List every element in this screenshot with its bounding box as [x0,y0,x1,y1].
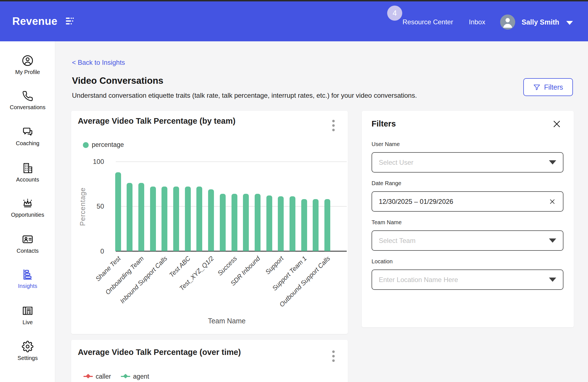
sidebar-item-label: Insights [18,283,37,289]
sidebar-item-label: Coaching [16,140,40,147]
bar [127,183,132,251]
bar [232,194,237,251]
filters-button[interactable]: Filters [523,78,573,96]
kebab-menu-icon[interactable] [332,350,335,364]
bar [301,199,307,251]
bar [150,187,156,251]
sidebar-item-insights[interactable]: Insights [0,269,55,289]
bar [243,194,249,251]
buildings-icon [22,162,33,174]
chart-card-over-time: Average Video Talk Percentage (over time… [71,340,348,382]
chart-card-by-team: Average Video Talk Percentage (by team) … [71,111,348,334]
filters-panel-title: Filters [372,119,396,128]
bar-plot-area [116,161,347,251]
sidebar-item-label: Contacts [17,248,39,254]
location-label: Location [372,258,393,265]
location-dropdown[interactable]: Enter Location Name Here [372,269,563,290]
select-team-placeholder: Select Team [379,237,549,245]
funnel-icon [533,83,541,91]
x-axis-title: Team Name [171,317,283,325]
filters-button-label: Filters [544,83,563,91]
bar [220,194,226,251]
contact-card-icon [22,233,33,245]
sidebar-item-label: Opportunities [11,212,44,218]
live-board-icon [22,305,33,317]
bar [266,195,272,251]
bar [313,199,319,251]
legend-label-agent: agent [133,373,149,380]
select-user-dropdown[interactable]: Select User [372,152,563,173]
chart-title: Average Video Talk Percentage (over time… [78,348,241,357]
bar [185,187,191,251]
dropdown-caret-icon [549,278,556,282]
resource-center-link[interactable]: Resource Center [403,18,453,26]
close-icon[interactable] [551,119,562,129]
select-user-placeholder: Select User [379,159,549,166]
bar [138,183,144,251]
bar [208,189,214,251]
team-name-label: Team Name [372,219,402,226]
legend-label-caller: caller [96,373,111,380]
legend-marker-caller [83,374,93,378]
user-name[interactable]: Sally Smith [522,18,559,26]
back-to-insights-link[interactable]: < Back to Insights [72,59,125,66]
bar [173,187,179,251]
bar [162,187,167,251]
notification-badge: 4 [387,6,402,21]
chevron-down-icon[interactable] [566,21,573,25]
bar [278,196,284,251]
page-description: Understand conversation etiquette traits… [72,92,417,99]
user-name-label: User Name [372,141,400,147]
sidebar-item-opportunities[interactable]: Opportunities [0,197,55,218]
chat-bubbles-icon [22,126,33,138]
legend-marker-percentage [83,142,89,148]
date-range-field[interactable]: 12/30/2025 – 01/29/2026 [372,191,563,212]
bar [115,172,121,251]
sidebar-item-my-profile[interactable]: My Profile [0,55,55,75]
revenue-logo: Revenue [12,15,57,27]
revenue-logo-icon [64,17,76,26]
inbox-link[interactable]: Inbox [469,18,485,26]
phone-icon [22,90,33,102]
bar [324,199,330,251]
user-avatar[interactable] [500,15,515,30]
filters-panel: Filters User Name Select User Date Range… [362,111,574,327]
y-tick-100: 100 [82,158,104,166]
date-range-label: Date Range [372,180,401,187]
sidebar-item-label: Live [23,319,33,326]
sidebar-item-contacts[interactable]: Contacts [0,233,55,254]
bar [255,194,261,251]
sidebar-item-label: Settings [18,355,38,361]
sidebar-item-label: My Profile [15,69,40,75]
sidebar-item-settings[interactable]: Settings [0,341,55,361]
bar-chart-icon [22,269,33,280]
page-title: Video Conversations [72,75,163,86]
app-window: Revenue 4 Resource Center Inbox Sally Sm… [0,0,588,382]
gear-icon [22,341,33,352]
crown-icon [22,197,33,209]
bar [196,187,202,251]
chart-title: Average Video Talk Percentage (by team) [78,116,235,126]
clear-icon[interactable] [548,198,556,206]
sidebar-item-live[interactable]: Live [0,305,55,326]
gridline-100 [116,161,347,162]
select-team-dropdown[interactable]: Select Team [372,230,563,251]
dropdown-caret-icon [549,238,556,243]
top-navigation-bar: Revenue 4 Resource Center Inbox Sally Sm… [0,1,588,41]
sidebar-item-label: Accounts [16,176,39,183]
legend-label-percentage: percentage [92,141,124,149]
sidebar-nav: My Profile Conversations Coaching [0,41,55,382]
y-tick-50: 50 [82,202,104,210]
location-placeholder: Enter Location Name Here [379,276,549,284]
sidebar-item-conversations[interactable]: Conversations [0,90,55,111]
bar [290,196,295,251]
kebab-menu-icon[interactable] [332,120,335,133]
legend-marker-agent [121,374,130,378]
sidebar-item-coaching[interactable]: Coaching [0,126,55,147]
date-range-value: 12/30/2025 – 01/29/2026 [379,198,548,206]
dropdown-caret-icon [549,160,556,164]
user-circle-icon [22,55,33,66]
y-tick-0: 0 [82,247,104,255]
sidebar-item-accounts[interactable]: Accounts [0,162,55,183]
person-icon [500,15,515,30]
